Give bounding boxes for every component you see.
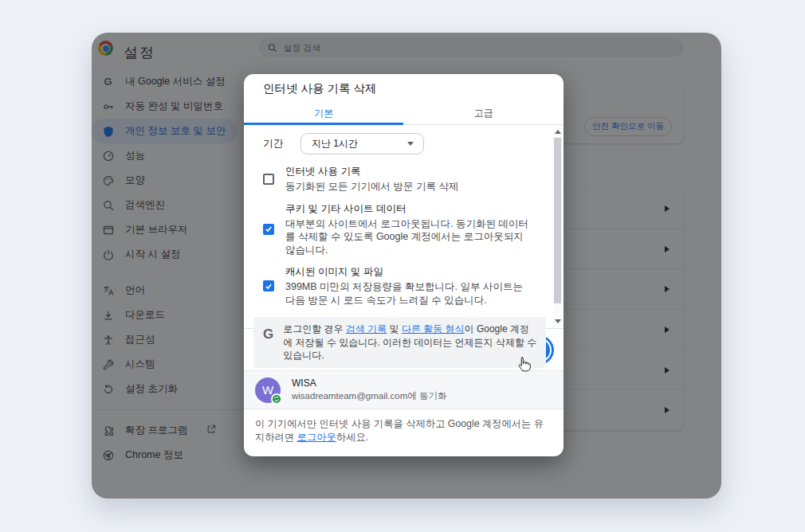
checkbox-title: 캐시된 이미지 및 파일 (285, 265, 532, 279)
other-activity-link[interactable]: 다른 활동 형식 (402, 323, 465, 334)
cached-files-checkbox[interactable] (263, 280, 274, 291)
cookies-row: 쿠키 및 기타 사이트 데이터 대부분의 사이트에서 로그아웃됩니다. 동기화된… (263, 202, 532, 257)
signout-link[interactable]: 로그아웃 (297, 432, 336, 443)
time-range-value: 지난 1시간 (312, 137, 358, 151)
dropdown-caret-icon (407, 142, 414, 146)
account-sync-status: wisadreamteam@gmail.com에 동기화 (292, 390, 446, 402)
scrollbar-thumb[interactable] (554, 138, 561, 303)
checkbox-title: 쿠키 및 기타 사이트 데이터 (285, 202, 532, 216)
dialog-scrollbar[interactable] (553, 127, 562, 326)
mouse-cursor (516, 354, 533, 378)
browsing-history-row: 인터넷 사용 기록 동기화된 모든 기기에서 방문 기록 삭제 (263, 165, 532, 194)
tab-advanced[interactable]: 고급 (404, 104, 564, 124)
account-name: WISA (292, 377, 446, 389)
dialog-title: 인터넷 사용 기록 삭제 (244, 74, 564, 104)
clear-browsing-data-dialog: 인터넷 사용 기록 삭제 기본 고급 기간 지난 1시간 인터넷 사용 기록 동… (244, 74, 564, 456)
time-range-select[interactable]: 지난 1시간 (300, 133, 424, 155)
sync-badge-icon (271, 393, 282, 405)
browsing-history-checkbox[interactable] (263, 174, 274, 185)
checkbox-desc: 동기화된 모든 기기에서 방문 기록 삭제 (285, 180, 458, 194)
tab-basic[interactable]: 기본 (244, 104, 404, 124)
search-history-link[interactable]: 검색 기록 (346, 323, 387, 334)
checkbox-title: 인터넷 사용 기록 (285, 165, 458, 178)
signin-notice: G 로그인할 경우 검색 기록 및 다른 활동 형식이 Google 계정에 저… (253, 317, 546, 368)
dialog-scroll-area: 기간 지난 1시간 인터넷 사용 기록 동기화된 모든 기기에서 방문 기록 삭… (244, 125, 564, 329)
time-range-label: 기간 (263, 137, 283, 151)
scroll-up-icon[interactable] (555, 130, 561, 134)
google-g-icon: G (263, 323, 273, 346)
avatar: W (255, 377, 281, 403)
checkbox-desc: 399MB 미만의 저장용량을 확보합니다. 일부 사이트는 다음 방문 시 로… (285, 280, 532, 307)
cached-files-row: 캐시된 이미지 및 파일 399MB 미만의 저장용량을 확보합니다. 일부 사… (263, 265, 532, 307)
time-range-row: 기간 지난 1시간 (263, 133, 532, 155)
checkbox-desc: 대부분의 사이트에서 로그아웃됩니다. 동기화된 데이터를 삭제할 수 있도록 … (285, 217, 532, 257)
scroll-down-icon[interactable] (555, 319, 561, 323)
dialog-footer-text: 이 기기에서만 인터넷 사용 기록을 삭제하고 Google 계정에서는 유지하… (244, 409, 564, 444)
signin-notice-text: 로그인할 경우 검색 기록 및 다른 활동 형식이 Google 계정에 저장될… (283, 323, 538, 362)
cookies-checkbox[interactable] (263, 224, 274, 235)
dialog-tabs: 기본 고급 (244, 104, 564, 125)
